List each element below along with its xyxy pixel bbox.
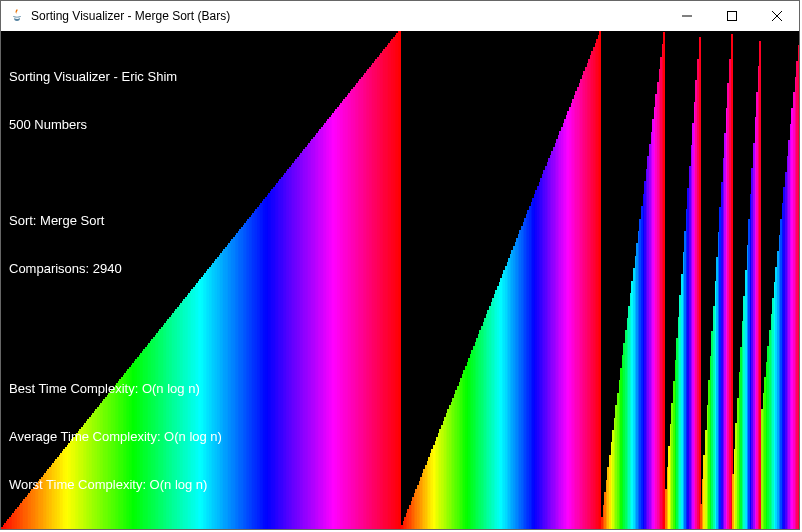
comparisons-line: Comparisons: 2940 xyxy=(9,261,177,277)
info-overlay-top: Sorting Visualizer - Eric Shim 500 Numbe… xyxy=(9,37,177,309)
info-overlay-bottom: Best Time Complexity: O(n log n) Average… xyxy=(9,349,222,525)
count-line: 500 Numbers xyxy=(9,117,177,133)
credit-line: Sorting Visualizer - Eric Shim xyxy=(9,69,177,85)
bar xyxy=(731,34,733,529)
best-tc-line: Best Time Complexity: O(n log n) xyxy=(9,381,222,397)
bar xyxy=(699,37,701,529)
close-button[interactable] xyxy=(754,1,799,31)
bar xyxy=(399,31,401,529)
app-window: Sorting Visualizer - Merge Sort (Bars) S… xyxy=(0,0,800,530)
java-icon xyxy=(9,8,25,24)
bar xyxy=(663,32,665,529)
svg-rect-1 xyxy=(727,12,736,21)
visualizer-canvas: Sorting Visualizer - Eric Shim 500 Numbe… xyxy=(1,31,799,529)
titlebar[interactable]: Sorting Visualizer - Merge Sort (Bars) xyxy=(1,1,799,31)
maximize-button[interactable] xyxy=(709,1,754,31)
window-controls xyxy=(664,1,799,31)
blank-line xyxy=(9,165,177,181)
minimize-button[interactable] xyxy=(664,1,709,31)
avg-tc-line: Average Time Complexity: O(n log n) xyxy=(9,429,222,445)
sort-line: Sort: Merge Sort xyxy=(9,213,177,229)
worst-tc-line: Worst Time Complexity: O(n log n) xyxy=(9,477,222,493)
window-title: Sorting Visualizer - Merge Sort (Bars) xyxy=(31,9,230,23)
bar xyxy=(599,31,601,529)
